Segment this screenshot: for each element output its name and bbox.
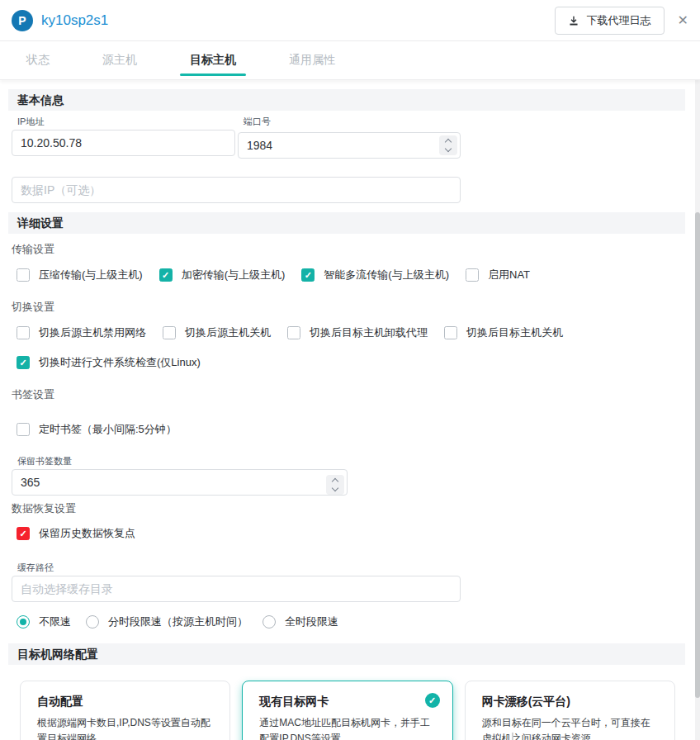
tab-source-host[interactable]: 源主机 (92, 41, 147, 79)
vertical-scrollbar-thumb[interactable] (695, 212, 700, 698)
download-button-label: 下载代理日志 (587, 13, 651, 28)
checkbox-disable-source-network[interactable]: 切换后源主机禁用网络 (17, 325, 146, 340)
network-config-cards: 自动配置 根据源端网卡数目,IP,DNS等设置自动配置目标端网络 现有目标网卡 … (20, 681, 675, 740)
checkbox-label: 切换后目标主机卸载代理 (310, 325, 428, 340)
section-basic-info: 基本信息 (8, 89, 685, 111)
checkbox-multistream-transfer[interactable]: ✓ 智能多流传输(与上级主机) (301, 268, 449, 282)
cache-path-input[interactable] (12, 576, 461, 602)
data-ip-input[interactable] (12, 177, 461, 203)
tab-target-host[interactable]: 目标主机 (180, 41, 246, 79)
radio-selected-icon[interactable] (17, 615, 30, 629)
card-desc: 源和目标在同一个云平台时，可直接在虚拟机之间移动网卡资源 (482, 715, 660, 740)
horizontal-scrollbar-tick (512, 733, 513, 740)
checkbox-label: 智能多流传输(与上级主机) (324, 268, 449, 282)
checkbox-icon[interactable] (466, 268, 479, 282)
checkbox-label: 切换时进行文件系统检查(仅Linux) (39, 355, 201, 370)
card-auto-config[interactable]: 自动配置 根据源端网卡数目,IP,DNS等设置自动配置目标端网络 (20, 681, 230, 740)
checkbox-checked-red-icon[interactable]: ✓ (17, 527, 30, 540)
cache-path-field: 缓存路径 (12, 562, 461, 602)
checkbox-icon[interactable] (287, 326, 300, 339)
radio-full-time-speed-limit[interactable]: 全时段限速 (262, 614, 338, 629)
title-bar: P ky10sp2s1 下载代理日志 ✕ (0, 0, 700, 41)
radio-label: 全时段限速 (285, 614, 338, 629)
selected-check-icon: ✓ (425, 693, 440, 708)
tab-bar: 状态 源主机 目标主机 通用属性 (0, 41, 700, 80)
checkbox-label: 启用NAT (488, 268, 530, 282)
transfer-options-row: 压缩传输(与上级主机) ✓ 加密传输(与上级主机) ✓ 智能多流传输(与上级主机… (17, 268, 700, 282)
ip-address-input[interactable] (12, 130, 235, 156)
checkbox-uninstall-target-agent[interactable]: 切换后目标主机卸载代理 (287, 325, 428, 340)
keep-bookmark-count-label: 保留书签数量 (12, 456, 348, 467)
keep-bookmark-count-field: 保留书签数量 (12, 456, 348, 496)
checkbox-label: 切换后源主机关机 (185, 325, 271, 340)
checkbox-icon[interactable] (17, 268, 30, 282)
checkbox-label: 加密传输(与上级主机) (182, 268, 286, 282)
checkbox-label: 切换后目标主机关机 (466, 325, 563, 340)
checkbox-icon[interactable] (17, 423, 30, 436)
download-agent-log-button[interactable]: 下载代理日志 (555, 7, 665, 35)
radio-label: 不限速 (39, 614, 71, 629)
checkbox-label: 切换后源主机禁用网络 (39, 325, 146, 340)
fs-check-row: ✓ 切换时进行文件系统检查(仅Linux) (17, 355, 700, 370)
checkbox-timed-bookmark[interactable]: 定时书签（最小间隔:5分钟） (17, 422, 177, 437)
checkbox-icon[interactable] (163, 326, 176, 339)
download-icon (568, 15, 579, 26)
stepper-down-icon[interactable] (445, 145, 452, 152)
keep-bookmark-count-input[interactable] (12, 469, 348, 496)
card-nic-drift-cloud[interactable]: 网卡漂移(云平台) 源和目标在同一个云平台时，可直接在虚拟机之间移动网卡资源 (465, 681, 675, 740)
card-desc: 通过MAC地址匹配目标机网卡，并手工配置IP,DNS等设置 (259, 715, 437, 740)
port-input[interactable] (238, 132, 461, 159)
cache-path-label: 缓存路径 (12, 562, 461, 573)
radio-icon[interactable] (86, 615, 99, 629)
transfer-settings-title: 传输设置 (12, 243, 700, 255)
radio-icon[interactable] (262, 615, 276, 629)
radio-label: 分时段限速（按源主机时间） (108, 614, 248, 629)
port-field: 端口号 (238, 116, 461, 159)
card-existing-target-nic[interactable]: 现有目标网卡 通过MAC地址匹配目标机网卡，并手工配置IP,DNS等设置 ✓ (242, 681, 452, 740)
tab-status[interactable]: 状态 (17, 41, 59, 79)
tab-common-properties[interactable]: 通用属性 (279, 41, 345, 79)
history-recovery-row: ✓ 保留历史数据恢复点 (17, 526, 700, 541)
radio-time-period-speed-limit[interactable]: 分时段限速（按源主机时间） (86, 614, 248, 629)
data-ip-field (12, 177, 461, 203)
radio-no-speed-limit[interactable]: 不限速 (17, 614, 71, 629)
checkbox-fs-check-linux[interactable]: ✓ 切换时进行文件系统检查(仅Linux) (17, 355, 201, 370)
ip-address-field: IP地址 (12, 116, 235, 159)
port-stepper[interactable] (439, 135, 457, 155)
stepper-down-icon[interactable] (332, 485, 338, 491)
card-desc: 根据源端网卡数目,IP,DNS等设置自动配置目标端网络 (37, 715, 215, 740)
checkbox-checked-icon[interactable]: ✓ (301, 268, 315, 282)
port-label: 端口号 (238, 116, 461, 127)
checkbox-checked-icon[interactable]: ✓ (17, 356, 30, 369)
switch-options-row: 切换后源主机禁用网络 切换后源主机关机 切换后目标主机卸载代理 切换后目标主机关… (17, 325, 700, 340)
section-target-network-config: 目标机网络配置 (8, 643, 685, 665)
timed-bookmark-row: 定时书签（最小间隔:5分钟） (17, 422, 700, 437)
recovery-settings-title: 数据恢复设置 (12, 502, 700, 515)
checkbox-label: 压缩传输(与上级主机) (39, 268, 143, 282)
checkbox-compress-transfer[interactable]: 压缩传输(与上级主机) (17, 268, 143, 282)
section-detail-settings: 详细设置 (8, 212, 685, 234)
card-title: 网卡漂移(云平台) (482, 695, 660, 709)
card-title: 自动配置 (37, 695, 215, 709)
checkbox-icon[interactable] (444, 326, 457, 339)
checkbox-encrypt-transfer[interactable]: ✓ 加密传输(与上级主机) (159, 268, 286, 282)
checkbox-shutdown-target-host[interactable]: 切换后目标主机关机 (444, 325, 563, 340)
checkbox-icon[interactable] (17, 326, 30, 339)
card-title: 现有目标网卡 (259, 695, 437, 709)
switch-settings-title: 切换设置 (12, 301, 700, 313)
checkbox-shutdown-source-host[interactable]: 切换后源主机关机 (163, 325, 271, 340)
checkbox-checked-icon[interactable]: ✓ (159, 268, 173, 282)
checkbox-label: 保留历史数据恢复点 (39, 526, 135, 541)
host-title: ky10sp2s1 (41, 12, 108, 29)
main-content: 基本信息 IP地址 端口号 详细设置 传输设置 (0, 89, 700, 740)
app-logo: P (12, 10, 33, 31)
speed-limit-options-row: 不限速 分时段限速（按源主机时间） 全时段限速 (17, 614, 700, 629)
checkbox-label: 定时书签（最小间隔:5分钟） (39, 422, 177, 437)
checkbox-keep-history-recovery-points[interactable]: ✓ 保留历史数据恢复点 (17, 526, 135, 541)
bookmark-count-stepper[interactable] (326, 475, 344, 495)
checkbox-enable-nat[interactable]: 启用NAT (466, 268, 530, 282)
ip-address-label: IP地址 (12, 116, 235, 127)
close-icon[interactable]: ✕ (678, 14, 688, 27)
bookmark-settings-title: 书签设置 (12, 388, 700, 401)
